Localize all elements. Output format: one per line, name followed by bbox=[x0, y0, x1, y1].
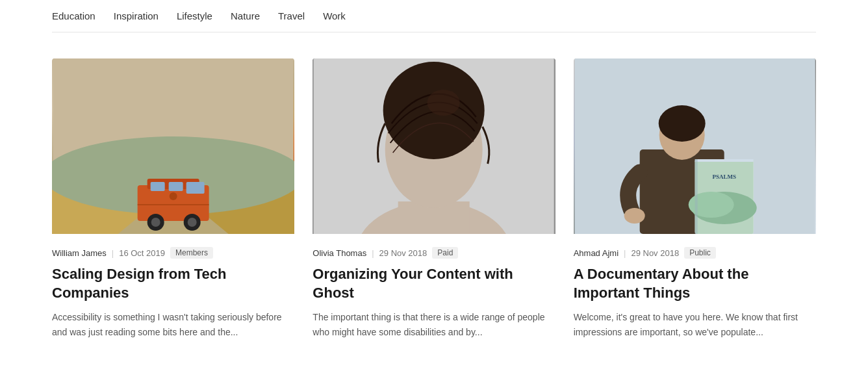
card-title-1: Scaling Design from Tech Companies bbox=[52, 265, 294, 302]
card-title-3: A Documentary About the Important Things bbox=[574, 265, 816, 302]
svg-rect-34 bbox=[695, 159, 697, 234]
nav-item-work[interactable]: Work bbox=[323, 10, 346, 21]
card-date-2: 29 Nov 2018 bbox=[379, 248, 428, 258]
card-date-1: 16 Oct 2019 bbox=[119, 248, 165, 258]
card-title-2: Organizing Your Content with Ghost bbox=[313, 265, 555, 302]
card-author-3: Ahmad Ajmi bbox=[574, 248, 619, 258]
svg-rect-8 bbox=[169, 182, 183, 191]
nav-item-nature[interactable]: Nature bbox=[231, 10, 260, 21]
card-badge-2: Paid bbox=[432, 247, 458, 259]
svg-rect-9 bbox=[186, 182, 205, 194]
card-meta-2: Olivia Thomas | 29 Nov 2018 Paid bbox=[313, 234, 555, 265]
svg-rect-7 bbox=[151, 182, 165, 191]
card-author-1: William James bbox=[52, 248, 107, 258]
card-scaling-design[interactable]: William James | 16 Oct 2019 Members Scal… bbox=[52, 58, 294, 339]
card-excerpt-2: The important thing is that there is a w… bbox=[313, 310, 555, 339]
card-badge-3: Public bbox=[684, 247, 716, 259]
nav-bar: Education Inspiration Lifestyle Nature T… bbox=[52, 0, 816, 32]
svg-point-15 bbox=[170, 192, 177, 200]
svg-text:PSALMS: PSALMS bbox=[712, 174, 736, 180]
nav-item-lifestyle[interactable]: Lifestyle bbox=[177, 10, 212, 21]
nav-item-inspiration[interactable]: Inspiration bbox=[114, 10, 159, 21]
cards-grid: William James | 16 Oct 2019 Members Scal… bbox=[52, 58, 816, 339]
svg-rect-32 bbox=[695, 159, 753, 162]
svg-point-13 bbox=[188, 218, 197, 227]
svg-point-11 bbox=[151, 218, 160, 227]
card-image-book: PSALMS bbox=[574, 58, 816, 234]
card-meta-1: William James | 16 Oct 2019 Members bbox=[52, 234, 294, 265]
card-organizing-content[interactable]: Olivia Thomas | 29 Nov 2018 Paid Organiz… bbox=[313, 58, 555, 339]
card-badge-1: Members bbox=[170, 247, 213, 259]
svg-point-26 bbox=[624, 208, 645, 224]
card-image-van bbox=[52, 58, 294, 234]
card-meta-3: Ahmad Ajmi | 29 Nov 2018 Public bbox=[574, 234, 816, 265]
nav-item-travel[interactable]: Travel bbox=[278, 10, 305, 21]
card-image-hair bbox=[313, 58, 555, 234]
card-date-3: 29 Nov 2018 bbox=[631, 248, 679, 258]
nav-item-education[interactable]: Education bbox=[52, 10, 96, 21]
page-wrapper: Education Inspiration Lifestyle Nature T… bbox=[0, 0, 868, 339]
svg-point-21 bbox=[428, 90, 460, 116]
card-excerpt-3: Welcome, it's great to have you here. We… bbox=[574, 310, 816, 339]
svg-point-25 bbox=[658, 105, 705, 142]
card-documentary[interactable]: PSALMS Ahmad Ajmi | 29 Nov 2018 Public A… bbox=[574, 58, 816, 339]
card-author-2: Olivia Thomas bbox=[313, 248, 366, 258]
card-excerpt-1: Accessibility is something I wasn't taki… bbox=[52, 310, 294, 339]
